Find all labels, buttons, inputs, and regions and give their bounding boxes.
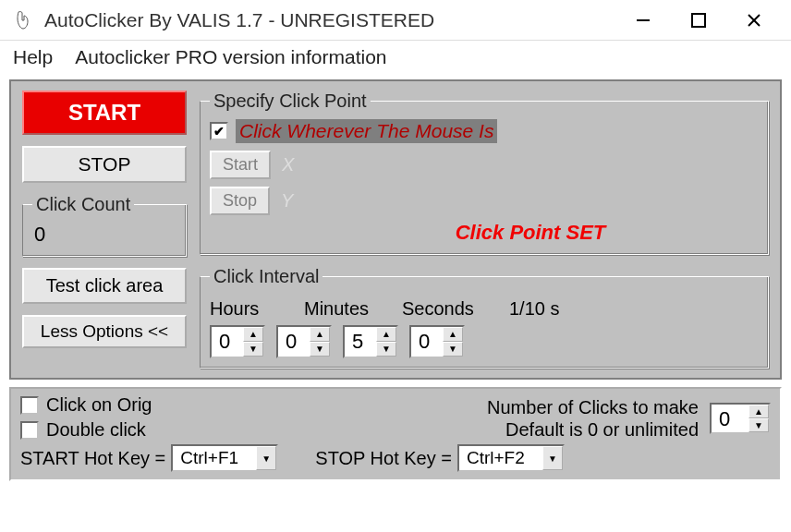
- y-label: Y: [281, 190, 293, 212]
- svg-rect-1: [692, 14, 705, 27]
- mouse-pos-checkbox-label: Click Wherever The Mouse Is: [236, 119, 497, 143]
- specify-start-button[interactable]: Start: [210, 151, 271, 179]
- dropdown-arrow-icon[interactable]: ▼: [542, 446, 563, 470]
- num-clicks-label: Number of Clicks to make Default is 0 or…: [487, 396, 699, 441]
- minutes-value: 0: [278, 327, 310, 357]
- less-options-button[interactable]: Less Options <<: [22, 315, 187, 348]
- seconds-value: 5: [345, 327, 376, 357]
- seconds-label: Seconds: [402, 298, 504, 320]
- seconds-spinner[interactable]: 5 ▲▼: [343, 325, 398, 358]
- start-button[interactable]: START: [22, 91, 187, 135]
- click-count-group: Click Count 0: [22, 194, 187, 257]
- stop-hotkey-dropdown[interactable]: Ctrl+F2 ▼: [457, 444, 565, 472]
- double-click-label: Double click: [46, 419, 146, 441]
- mouse-pos-checkbox[interactable]: ✔: [210, 122, 228, 140]
- click-on-orig-label: Click on Orig: [46, 394, 152, 416]
- app-icon: [9, 7, 35, 33]
- start-hotkey-dropdown[interactable]: Ctrl+F1 ▼: [171, 444, 278, 472]
- stop-hotkey-value: Ctrl+F2: [459, 448, 542, 468]
- interval-legend: Click Interval: [210, 266, 322, 287]
- click-point-status: Click Point SET: [210, 221, 759, 245]
- minutes-label: Minutes: [304, 298, 396, 320]
- start-hotkey-value: Ctrl+F1: [173, 448, 256, 468]
- hours-label: Hours: [210, 298, 298, 320]
- down-arrow-icon[interactable]: ▼: [443, 342, 463, 357]
- num-clicks-value: 0: [712, 405, 748, 432]
- double-click-checkbox[interactable]: [20, 421, 39, 440]
- up-arrow-icon[interactable]: ▲: [443, 327, 463, 342]
- specify-legend: Specify Click Point: [210, 91, 371, 112]
- stop-button[interactable]: STOP: [22, 146, 187, 183]
- up-arrow-icon[interactable]: ▲: [310, 327, 330, 342]
- hours-spinner[interactable]: 0 ▲▼: [210, 325, 265, 358]
- tenths-spinner[interactable]: 0 ▲▼: [409, 325, 465, 358]
- x-label: X: [282, 154, 294, 175]
- close-button[interactable]: [726, 2, 782, 39]
- num-clicks-spinner[interactable]: 0 ▲▼: [710, 403, 771, 434]
- tenths-value: 0: [411, 327, 443, 357]
- up-arrow-icon[interactable]: ▲: [243, 327, 263, 342]
- specify-stop-button[interactable]: Stop: [210, 187, 270, 215]
- options-panel: Click on Orig Double click START Hot Key…: [9, 387, 782, 481]
- click-on-orig-checkbox[interactable]: [20, 396, 39, 415]
- stop-hotkey-label: STOP Hot Key =: [315, 448, 452, 469]
- down-arrow-icon[interactable]: ▼: [748, 418, 769, 432]
- click-interval-group: Click Interval Hours Minutes Seconds 1/1…: [200, 266, 769, 369]
- minutes-spinner[interactable]: 0 ▲▼: [276, 325, 332, 358]
- test-click-area-button[interactable]: Test click area: [22, 268, 187, 304]
- hours-value: 0: [212, 327, 243, 357]
- up-arrow-icon[interactable]: ▲: [748, 405, 769, 418]
- menubar: Help Autoclicker PRO version information: [0, 41, 791, 79]
- maximize-button[interactable]: [671, 2, 726, 39]
- main-panel: START STOP Click Count 0 Test click area…: [9, 79, 782, 380]
- window-title: AutoClicker By VALIS 1.7 - UNREGISTERED: [44, 9, 434, 31]
- menu-help[interactable]: Help: [13, 46, 53, 68]
- specify-click-point-group: Specify Click Point ✔ Click Wherever The…: [200, 91, 769, 255]
- start-hotkey-label: START Hot Key =: [20, 448, 165, 469]
- down-arrow-icon[interactable]: ▼: [310, 342, 330, 357]
- down-arrow-icon[interactable]: ▼: [376, 342, 396, 357]
- menu-pro-info[interactable]: Autoclicker PRO version information: [75, 46, 386, 68]
- dropdown-arrow-icon[interactable]: ▼: [256, 446, 276, 470]
- click-count-value: 0: [32, 223, 176, 247]
- titlebar: AutoClicker By VALIS 1.7 - UNREGISTERED: [0, 0, 791, 41]
- click-count-legend: Click Count: [32, 194, 134, 215]
- tenths-label: 1/10 s: [509, 298, 559, 320]
- minimize-button[interactable]: [615, 2, 671, 39]
- up-arrow-icon[interactable]: ▲: [376, 327, 396, 342]
- down-arrow-icon[interactable]: ▼: [243, 342, 263, 357]
